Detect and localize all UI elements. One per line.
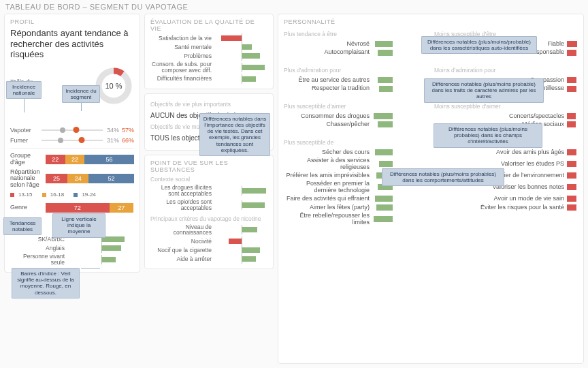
- index-row: Niveau de connaissances: [150, 224, 267, 236]
- gender-stacked: Genre 72 27: [10, 203, 134, 213]
- index-track: [216, 187, 267, 194]
- pers-less-h: Moins d'admiration pour: [434, 67, 578, 74]
- incidence-track: [42, 140, 103, 141]
- profile-header: PROFIL: [10, 18, 134, 25]
- incidence-values: 34%57%: [107, 127, 134, 134]
- pers-more-h: Plus susceptible d'aimer: [284, 103, 427, 110]
- pers-less-bar: [567, 86, 578, 92]
- pers-less-bar: [567, 121, 578, 127]
- pers-more-bar: [372, 50, 393, 56]
- stacked-row: Répartition nationale selon l'âge 25 24 …: [10, 169, 134, 189]
- legend-a: 13-15: [18, 191, 32, 198]
- index-track: [69, 256, 134, 263]
- pers-more-label: Posséder en premier la dernière technolo…: [284, 181, 372, 194]
- pers-less-half: [434, 213, 578, 226]
- pers-less-label: Valoriser les études PS: [478, 161, 567, 167]
- pers-row: Aimer les fêtes (party) Éviter les risqu…: [284, 204, 578, 211]
- note-nat-incidence: Incidence nationale: [6, 81, 42, 99]
- note-goals: Différences notables dans l'importance d…: [199, 113, 270, 156]
- index-row: Nocivité: [150, 238, 267, 245]
- leader-line: [81, 268, 100, 269]
- note-vline: Ligne verticale indique la moyenne: [52, 213, 105, 238]
- subs-social-bars: Les drogues illicites sont acceptables L…: [150, 185, 267, 211]
- pers-row: Sécher des cours Avoir des amis plus âgé…: [284, 149, 578, 155]
- pers-less-bar: [567, 172, 578, 179]
- card-qol: ÉVALUATION DE LA QUALITÉ DE VIE Satisfac…: [144, 14, 274, 89]
- index-row: Santé mentale: [150, 44, 267, 50]
- index-row: Les drogues illicites sont acceptables: [150, 185, 267, 197]
- index-label: Consom. de subs. pour composer avec diff…: [150, 61, 216, 74]
- goals-more-h: Objectifs de vie plus importants: [150, 101, 267, 108]
- index-track: [216, 35, 267, 42]
- incidence-track: [42, 129, 103, 131]
- pers-more-label: Sécher des cours: [284, 149, 372, 155]
- card-personality: PERSONNALITÉ Plus tendance à être Moins …: [278, 14, 584, 364]
- note-trends: Tendances notables: [3, 217, 42, 235]
- gender-row: Genre 72 27: [10, 203, 134, 213]
- index-track: [216, 202, 267, 209]
- pers-more-h: Plus tendance à être: [284, 31, 427, 37]
- pers-more-half: Être rebelle/repousser les limites: [284, 213, 427, 226]
- index-label: Anglais: [10, 245, 69, 251]
- index-track: [216, 44, 267, 50]
- pers-less-half: Éviter les risques pour la santé: [434, 204, 578, 211]
- pers-more-label: Aimer les fêtes (party): [284, 204, 372, 211]
- incidence-label: Fumer: [10, 137, 39, 144]
- pers-less-label: Éviter les risques pour la santé: [478, 204, 567, 211]
- pers-more-half: Névrosé: [284, 41, 427, 47]
- index-row: Personne vivant seule: [10, 254, 134, 266]
- note-seg-incidence: Incidence du segment: [62, 85, 100, 103]
- index-label: Problèmes: [150, 53, 216, 59]
- page-title: TABLEAU DE BORD – SEGMENT DU VAPOTAGE: [0, 0, 588, 14]
- pers-more-half: Chasser/pêcher: [284, 121, 427, 127]
- pers-row: Faire des activités qui effraient Avoir …: [284, 196, 578, 202]
- pers-less-half: Concerts/spectacles: [434, 113, 578, 119]
- pers-less-label: Concerts/spectacles: [478, 113, 567, 119]
- pers-more-bar: [372, 196, 393, 202]
- pers-more-half: Être au service des autres: [284, 77, 427, 83]
- index-track: [216, 64, 267, 71]
- pers-more-h: Plus susceptible de: [284, 139, 427, 146]
- pers-more-bar: [372, 204, 393, 211]
- index-label: Les drogues illicites sont acceptables: [150, 185, 216, 197]
- stacked-bar: 22 22 56: [46, 155, 134, 164]
- pers-less-h: Moins susceptible d'aimer: [434, 103, 578, 110]
- stacked-label: Répartition nationale selon l'âge: [10, 169, 46, 189]
- pers-more-label: Respecter la tradition: [284, 85, 372, 91]
- pers-more-label: Consommer des drogues: [284, 113, 372, 119]
- index-track: [216, 238, 267, 245]
- index-row: Satisfaction de la vie: [150, 35, 267, 42]
- subs-header: POINT DE VUE SUR LES SUBSTANCES: [150, 159, 267, 173]
- index-track: [216, 52, 267, 59]
- col-middle: ÉVALUATION DE LA QUALITÉ DE VIE Satisfac…: [144, 14, 274, 364]
- pers-less-bar: [567, 77, 578, 83]
- index-label: Personne vivant seule: [10, 254, 69, 266]
- card-substances: POINT DE VUE SUR LES SUBSTANCES Contexte…: [144, 155, 274, 270]
- legend-c: 19-24: [82, 191, 95, 198]
- pers-headers: Plus d'admiration pour Moins d'admiratio…: [284, 64, 578, 75]
- col-profile: PROFIL Répondants ayant tendance à reche…: [4, 14, 140, 364]
- card-profile: PROFIL Répondants ayant tendance à reche…: [4, 14, 140, 273]
- gender-label: Genre: [10, 204, 46, 211]
- pers-less-bar: [567, 113, 578, 119]
- incidence-row: Vapoter 34%57%: [10, 127, 134, 134]
- pers-less-bar: [567, 204, 578, 211]
- pers-less-label: Avoir un mode de vie sain: [478, 196, 567, 202]
- profile-index-bars: SK/AB/BC Anglais Personne vivant seule: [10, 236, 134, 266]
- pers-row: Être rebelle/repousser les limites: [284, 213, 578, 226]
- columns: PROFIL Répondants ayant tendance à reche…: [0, 14, 588, 368]
- note-pers-4: Différences notables (plus/moins probabl…: [382, 168, 504, 186]
- dot-national: [58, 138, 63, 143]
- note-pers-2: Différences notables (plus/moins probabl…: [424, 78, 544, 103]
- pers-more-label: Être rebelle/repousser les limites: [284, 213, 372, 226]
- pers-more-bar: [372, 77, 393, 83]
- pers-more-label: Être au service des autres: [284, 77, 372, 83]
- index-track: [216, 256, 267, 262]
- legend-b: 16-18: [50, 191, 64, 198]
- stacked-bar: 25 24 52: [46, 174, 134, 183]
- note-pers-3: Différences notables (plus/moins probabl…: [434, 123, 542, 148]
- social-h: Contexte social: [150, 176, 267, 183]
- index-label: Les opioïdes sont acceptables: [150, 199, 216, 211]
- pers-less-bar: [567, 149, 578, 155]
- pers-row: Consommer des drogues Concerts/spectacle…: [284, 113, 578, 119]
